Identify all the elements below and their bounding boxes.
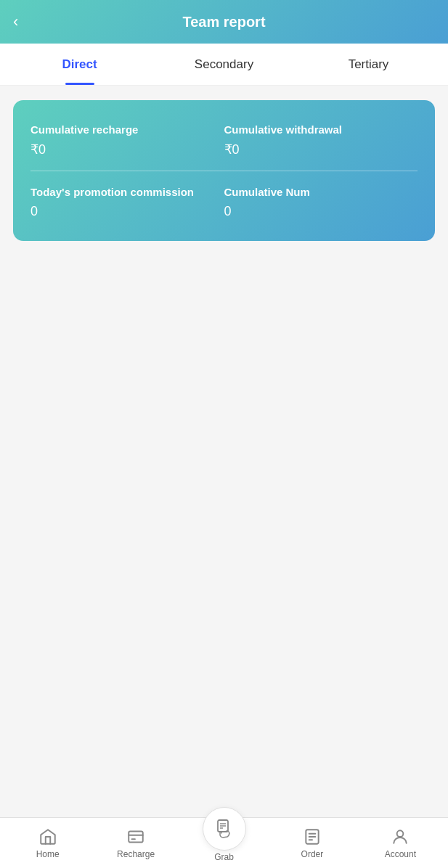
stats-card: Cumulative recharge ₹0 Cumulative withdr… bbox=[13, 100, 435, 241]
stats-divider bbox=[30, 171, 418, 171]
nav-recharge-label: Recharge bbox=[117, 849, 155, 859]
nav-account-label: Account bbox=[385, 849, 416, 859]
tab-secondary[interactable]: Secondary bbox=[152, 44, 296, 85]
header: ‹ Team report bbox=[0, 0, 448, 44]
bottom-nav: Home Recharge Grab bbox=[0, 817, 448, 868]
cumulative-recharge-value: ₹0 bbox=[30, 142, 224, 157]
cumulative-withdrawal-value: ₹0 bbox=[224, 142, 418, 157]
nav-grab[interactable]: Grab bbox=[180, 807, 268, 862]
todays-commission-label: Today's promotion commission bbox=[30, 184, 224, 200]
back-button[interactable]: ‹ bbox=[13, 12, 18, 31]
cumulative-num-cell: Cumulative Num 0 bbox=[224, 179, 418, 225]
cumulative-recharge-cell: Cumulative recharge ₹0 bbox=[30, 116, 224, 163]
page-title: Team report bbox=[182, 14, 265, 30]
todays-commission-value: 0 bbox=[30, 204, 224, 219]
nav-home[interactable]: Home bbox=[4, 827, 91, 859]
cumulative-num-label: Cumulative Num bbox=[224, 184, 418, 200]
main-content: Cumulative recharge ₹0 Cumulative withdr… bbox=[0, 86, 448, 817]
home-icon bbox=[38, 827, 58, 847]
todays-commission-cell: Today's promotion commission 0 bbox=[30, 179, 224, 225]
cumulative-recharge-label: Cumulative recharge bbox=[30, 122, 224, 137]
tab-tertiary[interactable]: Tertiary bbox=[296, 44, 441, 85]
account-icon bbox=[390, 827, 410, 847]
cumulative-withdrawal-label: Cumulative withdrawal bbox=[224, 122, 418, 137]
nav-grab-label: Grab bbox=[214, 852, 234, 862]
recharge-icon bbox=[126, 827, 146, 847]
cumulative-num-value: 0 bbox=[224, 204, 418, 219]
svg-rect-0 bbox=[129, 831, 143, 842]
grab-circle bbox=[203, 807, 246, 851]
nav-order[interactable]: Order bbox=[268, 827, 356, 859]
cumulative-withdrawal-cell: Cumulative withdrawal ₹0 bbox=[224, 116, 418, 163]
order-icon bbox=[302, 827, 322, 847]
nav-recharge[interactable]: Recharge bbox=[91, 827, 179, 859]
nav-home-label: Home bbox=[36, 849, 60, 859]
tab-direct[interactable]: Direct bbox=[7, 44, 152, 85]
nav-order-label: Order bbox=[301, 849, 324, 859]
nav-account[interactable]: Account bbox=[357, 827, 444, 859]
svg-point-11 bbox=[397, 830, 404, 837]
tabs-container: Direct Secondary Tertiary bbox=[0, 44, 448, 86]
